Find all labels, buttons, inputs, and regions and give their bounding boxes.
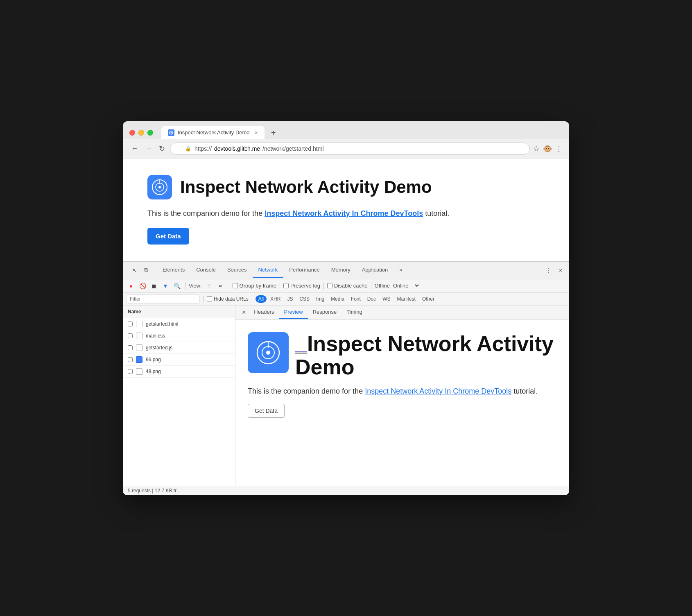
url-host: devtools.glitch.me [214, 145, 260, 152]
device-icon[interactable]: ⧉ [141, 265, 152, 276]
menu-icon[interactable]: ⋮ [555, 144, 563, 153]
tab-close-button[interactable]: × [255, 129, 258, 136]
preview-get-data-button[interactable]: Get Data [248, 404, 285, 418]
url-bar[interactable]: 🔒 https://devtools.glitch.me/network/get… [170, 143, 530, 155]
address-bar: ← → ↻ 🔒 https://devtools.glitch.me/netwo… [123, 139, 569, 159]
url-path: /network/getstarted.html [262, 145, 323, 152]
group-by-frame-checkbox[interactable] [233, 283, 238, 288]
preview-tab-response[interactable]: Response [308, 306, 342, 319]
maximize-traffic-light[interactable] [147, 130, 153, 136]
file-item-96-png[interactable]: 96.png [123, 354, 235, 366]
devtools-main: Name getstarted.html main.css getstarted… [123, 306, 569, 486]
preview-content: _Inspect Network ActivityDemo This is th… [235, 320, 569, 430]
search-button[interactable]: 🔍 [172, 281, 182, 291]
throttle-select[interactable]: Online Slow 3G Fast 3G Offline [391, 282, 420, 289]
preview-panel: × Headers Preview Response Timing [235, 306, 569, 486]
tab-network[interactable]: Network [253, 263, 284, 278]
file-icon-js [136, 344, 142, 351]
devtools-tab-bar: ↖ ⧉ Elements Console Sources Network Per… [123, 262, 569, 279]
filter-ws[interactable]: WS [380, 295, 393, 303]
filter-media[interactable]: Media [328, 295, 347, 303]
tab-memory[interactable]: Memory [326, 263, 356, 278]
file-icon-html [136, 321, 142, 327]
minimize-traffic-light[interactable] [138, 130, 144, 136]
filter-doc[interactable]: Doc [364, 295, 379, 303]
devtools-panel: ↖ ⧉ Elements Console Sources Network Per… [123, 261, 569, 495]
preview-close-button[interactable]: × [239, 306, 249, 319]
filter-manifest[interactable]: Manifest [394, 295, 418, 303]
throttle-container: Offline Online Slow 3G Fast 3G Offline [375, 282, 420, 289]
devtools-toolbar: ● 🚫 ◼ ▼ 🔍 View: ≡ ≈ Group by frame Prese… [123, 279, 569, 293]
waterfall-button[interactable]: ≈ [216, 281, 226, 291]
file-checkbox-48-png[interactable] [128, 369, 133, 374]
reload-button[interactable]: ↻ [157, 143, 167, 154]
bookmark-icon[interactable]: ☆ [533, 144, 540, 153]
filter-js[interactable]: JS [284, 295, 296, 303]
preview-tab-timing[interactable]: Timing [341, 306, 367, 319]
preserve-log-checkbox[interactable] [283, 283, 289, 288]
forward-button[interactable]: → [143, 143, 154, 154]
file-item-getstarted-js[interactable]: getstarted.js [123, 342, 235, 354]
new-tab-button[interactable]: + [268, 127, 279, 139]
filter-button[interactable]: ▼ [161, 281, 170, 291]
filter-input[interactable] [126, 294, 200, 303]
tab-performance[interactable]: Performance [283, 263, 325, 278]
devtools-link[interactable]: Inspect Network Activity In Chrome DevTo… [265, 209, 423, 217]
description-prefix: This is the companion demo for the [147, 209, 265, 217]
group-by-frame-label: Group by frame [233, 283, 276, 289]
camera-button[interactable]: ◼ [149, 281, 159, 291]
lock-icon: 🔒 [185, 146, 191, 152]
filter-other[interactable]: Other [419, 295, 437, 303]
toolbar-separator-4 [323, 282, 324, 290]
filter-css[interactable]: CSS [296, 295, 312, 303]
filter-font[interactable]: Font [348, 295, 364, 303]
file-checkbox-96-png[interactable] [128, 357, 133, 362]
tab-application[interactable]: Application [356, 263, 394, 278]
filter-img[interactable]: Img [313, 295, 327, 303]
profile-icon[interactable]: 🐵 [543, 144, 552, 153]
back-button[interactable]: ← [129, 143, 140, 154]
preview-devtools-link[interactable]: Inspect Network Activity In Chrome DevTo… [365, 387, 511, 395]
file-name-main-css: main.css [146, 333, 165, 339]
file-list-header: Name [123, 306, 235, 318]
devtools-more-icon[interactable]: ⋮ [543, 265, 554, 276]
status-bar: 5 requests | 12.7 KB tr... [123, 486, 569, 495]
record-button[interactable]: ● [126, 281, 136, 291]
file-name-96-png: 96.png [146, 357, 161, 362]
preview-tab-headers[interactable]: Headers [249, 306, 279, 319]
file-item-getstarted-html[interactable]: getstarted.html [123, 318, 235, 330]
preview-tab-preview[interactable]: Preview [279, 306, 308, 319]
page-logo [147, 175, 172, 199]
filter-sep [203, 296, 204, 302]
inspect-icon[interactable]: ↖ [129, 265, 140, 276]
devtools-close-icon[interactable]: × [555, 265, 566, 276]
filter-xhr[interactable]: XHR [267, 295, 283, 303]
devtools-actions: ⋮ × [543, 265, 566, 276]
tab-favicon [168, 129, 174, 136]
svg-point-2 [171, 132, 172, 133]
tab-console[interactable]: Console [190, 263, 222, 278]
filter-all[interactable]: All [256, 295, 267, 303]
file-checkbox-main-css[interactable] [128, 333, 133, 338]
tab-more[interactable]: » [393, 263, 408, 278]
preview-tab-bar: × Headers Preview Response Timing [235, 306, 569, 320]
disable-cache-checkbox[interactable] [327, 283, 332, 288]
file-name-getstarted-js: getstarted.js [146, 345, 172, 351]
tab-elements[interactable]: Elements [157, 263, 190, 278]
filter-type-sep [252, 296, 252, 302]
stop-button[interactable]: 🚫 [138, 281, 147, 291]
tab-sources[interactable]: Sources [222, 263, 253, 278]
file-checkbox-getstarted-js[interactable] [128, 345, 133, 350]
offline-label: Offline [375, 283, 390, 289]
file-item-main-css[interactable]: main.css [123, 330, 235, 342]
title-bar: Inspect Network Activity Demo × + [123, 121, 569, 139]
file-checkbox-getstarted-html[interactable] [128, 322, 133, 326]
list-view-button[interactable]: ≡ [204, 281, 214, 291]
active-tab[interactable]: Inspect Network Activity Demo × [161, 126, 265, 139]
preview-title: _Inspect Network ActivityDemo [295, 332, 554, 379]
close-traffic-light[interactable] [129, 130, 135, 136]
file-item-48-png[interactable]: 48.png [123, 366, 235, 378]
hide-data-urls-checkbox[interactable] [207, 296, 212, 301]
get-data-button[interactable]: Get Data [147, 228, 189, 245]
hide-data-urls-text: Hide data URLs [214, 296, 249, 302]
